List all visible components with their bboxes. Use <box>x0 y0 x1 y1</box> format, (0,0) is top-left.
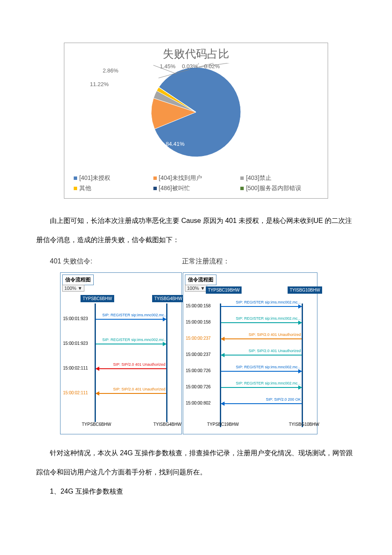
legend-item: [486]被叫忙 <box>153 185 239 192</box>
paragraph-1: 由上图可知，长治本次注册成功率恶化主要 Cause 原因为 401 未授权，是核… <box>36 211 356 250</box>
pie-label-11-22: 11.22% <box>90 81 109 87</box>
swatch-icon <box>153 187 157 190</box>
zoom-select[interactable]: 100% ▼ <box>62 285 84 292</box>
swatch-icon <box>74 187 77 190</box>
pie-svg <box>147 63 245 161</box>
pie-label-1-45: 1.45% <box>160 63 176 69</box>
diag-title: 信令流程图 <box>185 275 216 285</box>
swatch-icon <box>240 176 244 180</box>
diagram-labels: 401 失败信令: 正常注册流程： <box>36 252 356 270</box>
swatch-icon <box>74 176 77 180</box>
legend-item: [500]服务器内部错误 <box>240 185 318 192</box>
diag-title: 信令流程图 <box>62 275 94 285</box>
pie-label-0-03: 0.03% <box>182 63 198 69</box>
pie-label-2-86: 2.86% <box>103 67 118 74</box>
legend-label: [403]禁止 <box>246 174 271 182</box>
legend-label: 其他 <box>79 185 91 192</box>
chart-legend: [401]未授权 [404]未找到用户 [403]禁止 其他 [486]被叫忙 … <box>68 172 324 193</box>
legend-label: [486]被叫忙 <box>159 185 190 192</box>
pie-area: 2.86% 11.22% 1.45% 0.03% 0.02% 84.41% <box>68 63 324 172</box>
label-normal-flow: 正常注册流程： <box>182 252 230 270</box>
pie-chart-panel: 失败代码占比 2.86% 11.22% 1.45% 0.03% 0.02% 84… <box>64 43 328 199</box>
chart-title: 失败代码占比 <box>68 46 324 61</box>
paragraph-3: 1、24G 互操作参数核查 <box>36 482 356 501</box>
legend-item: [401]未授权 <box>74 174 152 182</box>
pie-label-84-41: 84.41% <box>166 141 184 147</box>
legend-item: [403]禁止 <box>240 174 318 182</box>
legend-label: [401]未授权 <box>79 174 110 182</box>
legend-label: [500]服务器内部错误 <box>246 185 301 192</box>
diagram-401-fail: 信令流程图 100% ▼ TYPSBC6BHWTYPSBC6BHWTYISBG4… <box>60 272 182 434</box>
swatch-icon <box>153 176 157 180</box>
pie-label-0-02: 0.02% <box>204 63 220 69</box>
swatch-icon <box>240 187 244 190</box>
legend-item: [404]未找到用户 <box>153 174 239 182</box>
legend-item: 其他 <box>74 185 152 192</box>
label-401-fail: 401 失败信令: <box>36 252 182 270</box>
diagram-normal-flow: 信令流程图 100% ▼ TYPSBC19BHWTYPSBC19BHWTYISB… <box>183 272 317 434</box>
sequence-diagrams: 信令流程图 100% ▼ TYPSBC6BHWTYPSBC6BHWTYISBG4… <box>60 272 356 434</box>
legend-label: [404]未找到用户 <box>159 174 202 182</box>
zoom-select[interactable]: 100% ▼ <box>185 285 207 292</box>
paragraph-2: 针对这种情况，本次从 24G 互操作参数核查，排查操作记录，注册用户变化情况、现… <box>36 444 356 482</box>
